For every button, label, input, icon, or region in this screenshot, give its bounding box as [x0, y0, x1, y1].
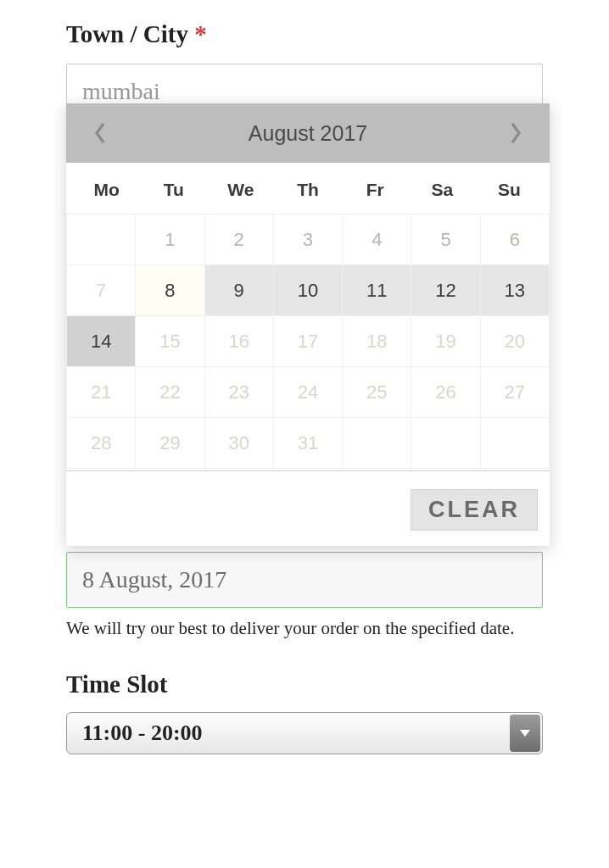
time-slot-value: 11:00 - 20:00	[82, 721, 203, 746]
required-asterisk: *	[194, 20, 207, 47]
calendar-day: 6	[481, 214, 550, 265]
time-slot-select[interactable]: 11:00 - 20:00	[66, 712, 543, 754]
delivery-date-value: 8 August, 2017	[82, 566, 226, 593]
dow-cell: Su	[476, 180, 543, 200]
calendar-day: 1	[136, 214, 204, 265]
delivery-date-input[interactable]: 8 August, 2017	[66, 552, 543, 608]
datepicker-separator	[66, 470, 550, 489]
calendar-day	[481, 418, 550, 469]
calendar-day: 25	[343, 367, 411, 418]
calendar-day: 17	[274, 316, 343, 367]
calendar-day	[411, 418, 480, 469]
town-city-label: Town / City *	[66, 20, 543, 48]
calendar-day[interactable]: 12	[411, 265, 480, 316]
calendar-day: 19	[411, 316, 480, 367]
calendar-day: 29	[136, 418, 204, 469]
calendar-day: 27	[481, 367, 550, 418]
dow-cell: Fr	[342, 180, 409, 200]
delivery-date-helper: We will try our best to deliver your ord…	[66, 616, 543, 640]
calendar-day: 20	[481, 316, 550, 367]
dow-cell: Tu	[140, 180, 207, 200]
calendar-day: 23	[205, 367, 274, 418]
chevron-left-icon	[93, 122, 107, 144]
calendar-day: 21	[67, 367, 136, 418]
form-container: Town / City * mumbai August 2017 MoTuWeT…	[0, 0, 609, 788]
datepicker-month-year: August 2017	[114, 121, 502, 146]
calendar-day[interactable]: 8	[136, 265, 204, 316]
calendar-day[interactable]: 13	[481, 265, 550, 316]
calendar-day: 15	[136, 316, 204, 367]
calendar-day[interactable]: 11	[343, 265, 411, 316]
dow-cell: Th	[274, 180, 341, 200]
calendar-day: 3	[274, 214, 343, 265]
dow-cell: Sa	[409, 180, 476, 200]
calendar-day: 26	[411, 367, 480, 418]
datepicker-footer: CLEAR	[66, 489, 550, 546]
calendar-day: 16	[205, 316, 274, 367]
datepicker-dow-row: MoTuWeThFrSaSu	[66, 163, 550, 214]
dow-cell: We	[207, 180, 274, 200]
calendar-day: 22	[136, 367, 204, 418]
datepicker-grid: 1234567891011121314151617181920212223242…	[66, 214, 550, 469]
calendar-day: 31	[274, 418, 343, 469]
town-city-value: mumbai	[82, 78, 160, 104]
time-slot-label: Time Slot	[66, 670, 543, 698]
calendar-day: 18	[343, 316, 411, 367]
calendar-day[interactable]: 10	[274, 265, 343, 316]
calendar-day[interactable]: 14	[67, 316, 136, 367]
time-slot-select-box: 11:00 - 20:00	[66, 712, 543, 754]
calendar-day: 4	[343, 214, 411, 265]
select-dropdown-button[interactable]	[510, 715, 540, 752]
calendar-day: 30	[205, 418, 274, 469]
prev-month-button[interactable]	[87, 120, 114, 147]
calendar-day: 2	[205, 214, 274, 265]
calendar-day: 24	[274, 367, 343, 418]
svg-marker-0	[520, 730, 530, 737]
chevron-down-icon	[519, 729, 531, 737]
town-city-label-text: Town / City	[66, 20, 188, 47]
calendar-day	[343, 418, 411, 469]
calendar-day: 28	[67, 418, 136, 469]
chevron-right-icon	[509, 122, 522, 144]
dow-cell: Mo	[73, 180, 140, 200]
calendar-day: 7	[67, 265, 136, 316]
calendar-day: 5	[411, 214, 480, 265]
calendar-day[interactable]: 9	[205, 265, 274, 316]
calendar-day	[67, 214, 136, 265]
datepicker-header: August 2017	[66, 103, 550, 163]
datepicker-popup: August 2017 MoTuWeThFrSaSu 1234567891011…	[66, 103, 550, 546]
next-month-button[interactable]	[502, 120, 529, 147]
clear-button[interactable]: CLEAR	[411, 489, 538, 531]
